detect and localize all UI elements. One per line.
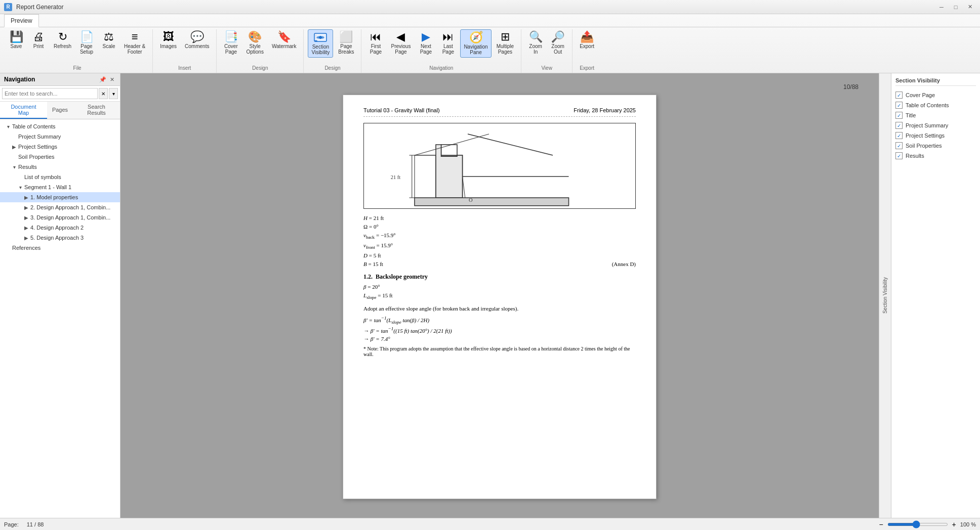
da1b-toggle[interactable]: ▶ <box>22 213 30 222</box>
tree-item-soil-properties[interactable]: Soil Properties <box>0 152 120 162</box>
print-button[interactable]: 🖨 Print <box>28 29 49 51</box>
tree-item-segment1[interactable]: ▾ Segment 1 - Wall 1 <box>0 182 120 192</box>
ribbon-content: 💾 Save 🖨 Print ↻ Refresh 📄 PageSetup ⚖ <box>0 27 980 73</box>
zoom-out-status-button[interactable]: − <box>879 520 883 528</box>
nav-pin-button[interactable]: 📌 <box>99 75 107 83</box>
soil-toggle <box>10 153 18 161</box>
field-l-slope: Lslope = 15 ft <box>363 292 636 300</box>
style-options-button[interactable]: 🎨 StyleOptions <box>243 29 266 57</box>
tree-item-results[interactable]: ▾ Results <box>0 162 120 172</box>
tree-item-da1b[interactable]: ▶ 3. Design Approach 1, Combin... <box>0 212 120 223</box>
label-cover-page: Cover Page <box>906 92 935 98</box>
tree-item-project-summary[interactable]: Project Summary <box>0 131 120 142</box>
tree-item-model-properties[interactable]: ▶ 1. Model properties <box>0 192 120 202</box>
cover-page-button[interactable]: 📑 CoverPage <box>221 29 241 57</box>
ribbon-file-items: 💾 Save 🖨 Print ↻ Refresh 📄 PageSetup ⚖ <box>6 29 148 65</box>
comments-button[interactable]: 💬 Comments <box>182 29 212 51</box>
da2-toggle[interactable]: ▶ <box>22 224 30 232</box>
content-area: 10/88 Tutorial 03 - Gravity Wall (final)… <box>120 73 879 518</box>
check-soil-properties[interactable]: ✓ <box>895 142 903 149</box>
print-label: Print <box>33 43 44 49</box>
tree-item-da1a[interactable]: ▶ 2. Design Approach 1, Combin... <box>0 202 120 212</box>
section-visibility-button[interactable]: SectionVisibility <box>308 29 333 58</box>
multiple-pages-button[interactable]: ⊞ MultiplePages <box>494 29 517 57</box>
app-icon: R <box>4 3 12 11</box>
page-setup-button[interactable]: 📄 PageSetup <box>76 29 97 57</box>
tab-pages[interactable]: Pages <box>47 102 73 119</box>
doc-note: * Note: This program adopts the assumpti… <box>363 346 636 357</box>
maximize-button[interactable]: □ <box>950 2 962 12</box>
svg-marker-6 <box>436 145 463 198</box>
ref-label: References <box>12 245 40 251</box>
check-toc[interactable]: ✓ <box>895 102 903 109</box>
zoom-in-button[interactable]: 🔍 ZoomIn <box>525 29 546 57</box>
da1a-toggle[interactable]: ▶ <box>22 203 30 211</box>
ribbon-tab-bar: Preview <box>0 14 980 27</box>
right-sidebar: Section Visibility Section Visibility ✓ … <box>879 73 980 518</box>
check-cover-page[interactable]: ✓ <box>895 92 903 99</box>
tree-item-project-settings[interactable]: ▶ Project Settings <box>0 142 120 152</box>
prev-page-button[interactable]: ◀ PreviousPage <box>388 29 414 57</box>
label-results: Results <box>906 153 924 159</box>
toc-label: Table of Contents <box>12 123 56 129</box>
navigation-pane-button[interactable]: 🧭 NavigationPane <box>460 29 491 58</box>
navigation-group-label: Navigation <box>365 65 517 73</box>
check-results[interactable]: ✓ <box>895 152 903 159</box>
mp-toggle[interactable]: ▶ <box>22 193 30 201</box>
zoom-out-icon: 🔍 <box>551 31 565 42</box>
ps-toggle <box>10 132 18 141</box>
comments-label: Comments <box>185 43 209 49</box>
watermark-label: Watermark <box>272 43 297 49</box>
prev-page-label: PreviousPage <box>391 43 411 55</box>
zoom-slider[interactable] <box>887 523 948 526</box>
page-breaks-icon: ⬜ <box>339 31 353 42</box>
scale-button[interactable]: ⚖ Scale <box>99 29 119 51</box>
tab-document-map[interactable]: Document Map <box>0 102 47 119</box>
tree-item-toc[interactable]: ▾ Table of Contents <box>0 121 120 131</box>
check-title[interactable]: ✓ <box>895 112 903 119</box>
seg1-toggle[interactable]: ▾ <box>16 183 24 191</box>
minimize-button[interactable]: ─ <box>935 2 948 12</box>
search-clear-button[interactable]: ✕ <box>99 88 108 99</box>
ribbon-export-items: 📤 Export <box>577 29 597 65</box>
check-project-settings[interactable]: ✓ <box>895 132 903 139</box>
tree-item-da2[interactable]: ▶ 4. Design Approach 2 <box>0 223 120 233</box>
svg-point-1 <box>319 36 322 39</box>
refresh-label: Refresh <box>54 43 71 49</box>
section-visibility-tab[interactable]: Section Visibility <box>879 73 891 518</box>
comments-icon: 💬 <box>190 31 204 42</box>
refresh-button[interactable]: ↻ Refresh <box>51 29 74 51</box>
app-title: Report Generator <box>16 4 931 11</box>
tree-item-references[interactable]: References <box>0 243 120 253</box>
da3-toggle[interactable]: ▶ <box>22 234 30 242</box>
first-page-button[interactable]: ⏮ FirstPage <box>365 29 386 57</box>
page-breaks-button[interactable]: ⬜ PageBreaks <box>335 29 357 57</box>
save-button[interactable]: 💾 Save <box>6 29 26 51</box>
header-footer-button[interactable]: ≡ Header &Footer <box>121 29 148 57</box>
ribbon-section-items: SectionVisibility ⬜ PageBreaks <box>308 29 357 65</box>
results-toggle[interactable]: ▾ <box>10 163 18 171</box>
view-group-label: View <box>525 65 568 73</box>
label-toc: Table of Contents <box>906 102 949 108</box>
check-project-summary[interactable]: ✓ <box>895 122 903 129</box>
tree-item-list-symbols[interactable]: List of symbols <box>0 172 120 182</box>
tab-search-results[interactable]: Search Results <box>73 102 120 119</box>
tree-item-da3[interactable]: ▶ 5. Design Approach 3 <box>0 233 120 243</box>
search-input[interactable] <box>2 88 98 99</box>
psett-toggle[interactable]: ▶ <box>10 143 18 151</box>
export-button[interactable]: 📤 Export <box>577 29 597 51</box>
nav-close-button[interactable]: ✕ <box>108 75 116 83</box>
search-dropdown-button[interactable]: ▾ <box>109 88 118 99</box>
zoom-in-status-button[interactable]: + <box>952 520 956 528</box>
refresh-icon: ↻ <box>58 31 67 42</box>
last-page-button[interactable]: ⏭ LastPage <box>438 29 458 57</box>
zoom-out-button[interactable]: 🔍 ZoomOut <box>548 29 568 57</box>
toc-toggle[interactable]: ▾ <box>4 122 12 130</box>
tab-preview[interactable]: Preview <box>4 14 39 27</box>
doc-date: Friday, 28 February 2025 <box>574 107 636 113</box>
images-button[interactable]: 🖼 Images <box>157 29 180 51</box>
watermark-button[interactable]: 🔖 Watermark <box>269 29 300 51</box>
next-page-button[interactable]: ▶ NextPage <box>416 29 436 57</box>
label-project-settings: Project Settings <box>906 132 945 139</box>
close-button[interactable]: ✕ <box>964 2 976 12</box>
